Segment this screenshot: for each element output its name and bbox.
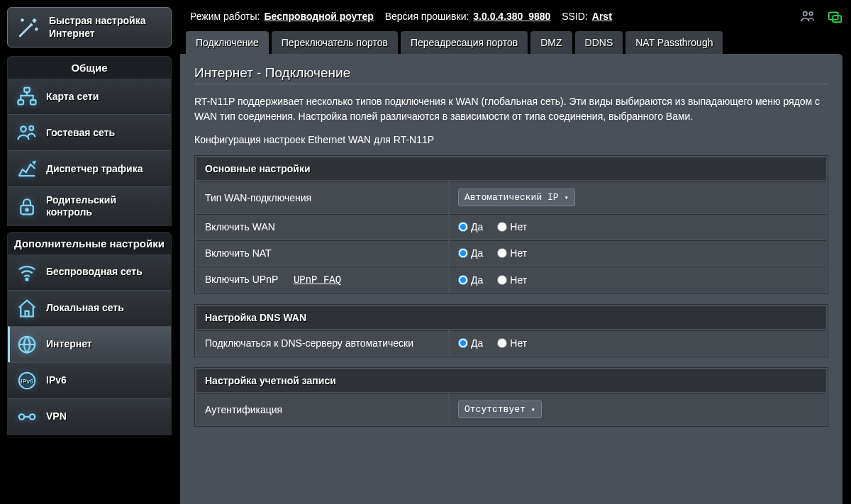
enable-upnp-radio-group: Да Нет: [458, 274, 818, 286]
svg-point-6: [26, 208, 28, 211]
enable-nat-yes[interactable]: Да: [458, 247, 483, 259]
sidebar-item-label: Родительский контроль: [46, 194, 162, 218]
tabs: Подключение Переключатель портов Переадр…: [180, 31, 842, 54]
sidebar-item-label: Диспетчер трафика: [46, 163, 143, 175]
group-header-dns: Настройка DNS WAN: [196, 306, 826, 329]
home-icon: [16, 298, 38, 319]
menu-general: Карта сети Гостевая сеть: [7, 79, 172, 226]
enable-wan-radio-group: Да Нет: [458, 221, 818, 233]
auth-value: Отсутствует: [465, 404, 525, 415]
enable-nat-no-radio[interactable]: [497, 248, 507, 258]
page-subdescription: Конфигурация настроек Ethernet WAN для R…: [194, 134, 828, 145]
sidebar-item-label: Гостевая сеть: [46, 127, 115, 139]
dns-auto-yes-radio[interactable]: [458, 338, 468, 348]
sidebar-item-wan[interactable]: Интернет: [8, 326, 171, 362]
svg-point-4: [29, 126, 33, 130]
dns-auto-no[interactable]: Нет: [497, 337, 527, 349]
enable-wan-no-radio[interactable]: [497, 222, 507, 232]
page-description: RT-N11P поддерживает несколько типов под…: [194, 94, 828, 124]
enable-upnp-no-radio[interactable]: [497, 275, 507, 285]
firmware-value-link[interactable]: 3.0.0.4.380_9880: [473, 11, 550, 22]
enable-wan-no[interactable]: Нет: [497, 221, 527, 233]
svg-point-14: [809, 12, 813, 16]
group-header-account: Настройка учетной записи: [196, 369, 826, 392]
tab-port-forwarding[interactable]: Переадресация портов: [401, 31, 528, 54]
row-label-auth: Аутентификация: [196, 393, 448, 425]
svg-point-3: [21, 126, 26, 132]
sidebar-item-parental-control[interactable]: Родительский контроль: [8, 186, 171, 225]
dns-auto-radio-group: Да Нет: [458, 337, 818, 349]
mode-label: Режим работы:: [190, 11, 260, 22]
tab-connection[interactable]: Подключение: [186, 31, 269, 54]
sidebar-item-network-map[interactable]: Карта сети: [8, 79, 171, 114]
svg-text:IPv6: IPv6: [21, 377, 33, 384]
quick-internet-setup-label: Быстрая настройка Интернет: [49, 15, 162, 40]
firmware-label: Версия прошивки:: [385, 11, 469, 22]
content-panel: Интернет - Подключение RT-N11P поддержив…: [180, 54, 842, 504]
row-label-dns-auto: Подключаться к DNS-серверу автоматически: [196, 330, 448, 355]
wand-icon: [16, 16, 40, 40]
enable-nat-radio-group: Да Нет: [458, 247, 818, 259]
section-header-advanced: Дополнительные настройки: [7, 232, 172, 254]
mode-value-link[interactable]: Беспроводной роутер: [265, 11, 374, 22]
sidebar-item-label: IPv6: [46, 374, 67, 386]
upnp-faq-link[interactable]: UPnP FAQ: [294, 274, 341, 286]
wan-type-select[interactable]: Автоматический IP ▾: [458, 189, 575, 206]
row-label-enable-upnp: Включить UPnP: [205, 274, 278, 285]
sidebar-item-label: VPN: [46, 410, 67, 422]
sidebar-item-vpn[interactable]: VPN: [8, 398, 171, 435]
sidebar-item-label: Локальная сеть: [46, 302, 124, 314]
svg-rect-2: [30, 100, 36, 104]
sidebar-item-guest-network[interactable]: Гостевая сеть: [8, 114, 171, 150]
dns-auto-no-radio[interactable]: [497, 338, 507, 348]
auth-select[interactable]: Отсутствует ▾: [458, 401, 542, 418]
globe-icon: [16, 334, 38, 355]
lock-icon: [16, 196, 38, 217]
enable-upnp-yes-radio[interactable]: [458, 275, 468, 285]
chevron-down-icon: ▾: [564, 194, 569, 202]
sidebar-item-traffic-manager[interactable]: Диспетчер трафика: [8, 150, 171, 186]
sidebar-item-wireless[interactable]: Беспроводная сеть: [8, 254, 171, 290]
tab-nat-passthrough[interactable]: NAT Passthrough: [625, 31, 723, 54]
group-header-basic: Основные настройки: [196, 157, 826, 180]
sidebar-item-label: Карта сети: [46, 91, 99, 103]
menu-advanced: Беспроводная сеть Локальная сеть Интерне…: [7, 254, 172, 435]
sidebar-item-label: Интернет: [46, 338, 92, 350]
vpn-icon: [16, 406, 38, 427]
ssid-label: SSID:: [562, 11, 588, 22]
chevron-down-icon: ▾: [531, 405, 535, 414]
ipv6-icon: IPv6: [16, 370, 38, 391]
tab-ddns[interactable]: DDNS: [575, 31, 623, 54]
svg-rect-0: [24, 88, 30, 92]
account-settings-table: Настройка учетной записи Аутентификация …: [194, 367, 828, 427]
svg-point-11: [19, 414, 25, 420]
row-label-wan-type: Тип WAN-подключения: [196, 181, 448, 213]
svg-rect-1: [18, 100, 24, 104]
sidebar-item-label: Беспроводная сеть: [46, 266, 143, 278]
svg-point-7: [26, 278, 28, 280]
internet-status-icon[interactable]: [827, 9, 842, 24]
enable-wan-yes-radio[interactable]: [458, 222, 468, 232]
row-label-enable-nat: Включить NAT: [196, 240, 448, 265]
sidebar-item-ipv6[interactable]: IPv6 IPv6: [8, 362, 171, 398]
clients-icon[interactable]: [800, 9, 816, 24]
enable-nat-no[interactable]: Нет: [497, 247, 527, 259]
guest-network-icon: [16, 122, 38, 143]
section-header-general: Общие: [7, 56, 172, 79]
sidebar-item-lan[interactable]: Локальная сеть: [8, 290, 171, 326]
enable-nat-yes-radio[interactable]: [458, 248, 468, 258]
svg-point-13: [803, 12, 808, 16]
enable-wan-yes[interactable]: Да: [458, 221, 483, 233]
wifi-icon: [16, 262, 38, 283]
dns-settings-table: Настройка DNS WAN Подключаться к DNS-сер…: [194, 304, 828, 357]
ssid-value-link[interactable]: Arst: [592, 11, 612, 22]
page-title: Интернет - Подключение: [194, 65, 828, 84]
row-label-enable-wan: Включить WAN: [196, 214, 448, 239]
dns-auto-yes[interactable]: Да: [458, 337, 483, 349]
enable-upnp-no[interactable]: Нет: [497, 274, 527, 286]
quick-internet-setup-button[interactable]: Быстрая настройка Интернет: [7, 7, 172, 47]
tab-dmz[interactable]: DMZ: [530, 31, 572, 54]
tab-port-trigger[interactable]: Переключатель портов: [272, 31, 398, 54]
traffic-manager-icon: [16, 158, 38, 179]
enable-upnp-yes[interactable]: Да: [458, 274, 483, 286]
